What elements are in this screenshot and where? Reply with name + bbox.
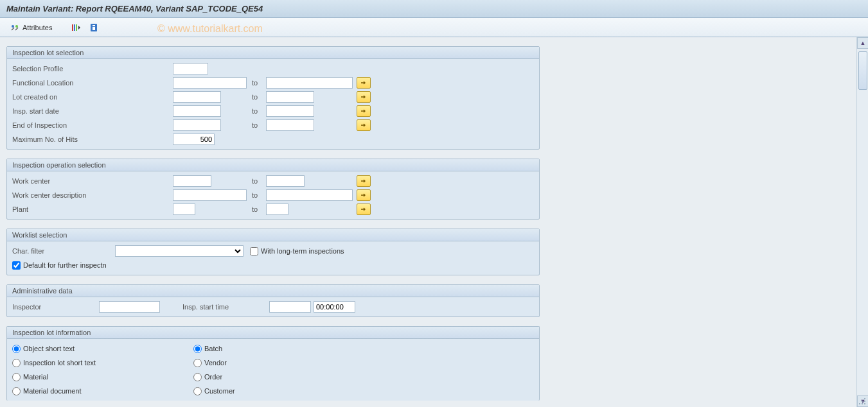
svg-rect-4 — [76, 24, 77, 31]
svg-point-13 — [864, 403, 865, 404]
svg-point-9 — [862, 401, 863, 402]
attributes-icon — [10, 22, 20, 33]
input-insp-start-from[interactable] — [173, 105, 221, 117]
radio-material[interactable] — [12, 373, 21, 381]
input-work-center-desc-from[interactable] — [173, 189, 247, 201]
group-worklist-selection: Worklist selection Char. filter With lon… — [6, 229, 540, 275]
group-inspection-lot-selection: Inspection lot selection Selection Profi… — [6, 46, 540, 150]
svg-point-0 — [12, 25, 14, 28]
input-time-display[interactable] — [314, 301, 355, 313]
attributes-label: Attributes — [22, 24, 52, 31]
resize-grip[interactable] — [858, 397, 866, 405]
label-insp-start-date: Insp. start date — [12, 107, 173, 115]
svg-point-1 — [15, 25, 18, 28]
label-plant: Plant — [12, 205, 173, 213]
group-header: Inspection operation selection — [7, 159, 539, 171]
select-char-filter[interactable] — [115, 245, 244, 257]
input-inspector[interactable] — [99, 301, 160, 313]
page-title: Maintain Variant: Report RQEEAM40, Varia… — [6, 4, 263, 13]
input-max-hits[interactable] — [173, 134, 215, 145]
input-lot-created-from[interactable] — [173, 91, 221, 103]
info-icon — [89, 22, 99, 33]
more-button-lot-created[interactable] — [357, 91, 371, 103]
svg-point-11 — [859, 403, 860, 404]
group-inspection-lot-information: Inspection lot information Object short … — [6, 326, 540, 401]
radio-customer[interactable] — [193, 387, 202, 395]
group-header: Inspection lot information — [7, 327, 539, 339]
radio-batch[interactable] — [193, 345, 202, 353]
checkbox-long-term[interactable] — [250, 247, 258, 255]
label-to: to — [247, 107, 266, 115]
input-functional-location-to[interactable] — [266, 77, 353, 89]
more-button-functional-location[interactable] — [357, 77, 371, 89]
more-button-insp-start[interactable] — [357, 105, 371, 117]
scroll-thumb[interactable] — [858, 51, 867, 90]
label-work-center: Work center — [12, 177, 173, 185]
input-plant-from[interactable] — [173, 204, 195, 215]
list-icon — [71, 22, 81, 33]
radio-vendor[interactable] — [193, 359, 202, 367]
label-char-filter: Char. filter — [12, 247, 115, 255]
label-lot-created-on: Lot created on — [12, 93, 173, 101]
more-button-end-inspection[interactable] — [357, 119, 371, 131]
label-inspector: Inspector — [12, 303, 99, 311]
svg-rect-2 — [72, 24, 73, 31]
label-to: to — [247, 121, 266, 129]
label-work-center-desc: Work center description — [12, 191, 173, 199]
label-long-term: With long-term inspections — [261, 247, 344, 255]
svg-rect-6 — [93, 25, 95, 26]
group-header: Worklist selection — [7, 229, 539, 241]
label-max-hits: Maximum No. of Hits — [12, 135, 173, 143]
input-end-inspection-from[interactable] — [173, 119, 221, 131]
label-to: to — [247, 191, 266, 199]
toolbar: Attributes — [0, 18, 868, 37]
label-insp-start-time: Insp. start time — [182, 303, 269, 311]
svg-rect-3 — [74, 24, 75, 31]
label-vendor: Vendor — [204, 359, 227, 367]
group-administrative-data: Administrative data Inspector Insp. star… — [6, 284, 540, 317]
checkbox-default-further[interactable] — [12, 261, 21, 270]
label-material: Material — [23, 373, 48, 381]
window-title-bar: Maintain Variant: Report RQEEAM40, Varia… — [0, 0, 868, 18]
input-functional-location-from[interactable] — [173, 77, 247, 89]
more-button-work-center-desc[interactable] — [357, 189, 371, 201]
label-insp-lot-short-text: Inspection lot short text — [23, 359, 96, 367]
input-lot-created-to[interactable] — [266, 91, 314, 103]
vertical-scrollbar[interactable]: ▲ ▼ — [856, 37, 868, 407]
toolbar-icon-button-1[interactable] — [68, 21, 84, 35]
attributes-button[interactable]: Attributes — [5, 21, 57, 35]
svg-rect-7 — [93, 27, 95, 30]
label-object-short-text: Object short text — [23, 345, 75, 352]
label-selection-profile: Selection Profile — [12, 65, 173, 73]
radio-material-document[interactable] — [12, 387, 21, 395]
input-end-inspection-to[interactable] — [266, 119, 314, 131]
scroll-up-arrow[interactable]: ▲ — [857, 37, 868, 49]
label-default-further: Default for further inspectn — [23, 261, 107, 269]
label-end-inspection: End of Inspection — [12, 121, 173, 129]
group-header: Inspection lot selection — [7, 47, 539, 59]
radio-insp-lot-short-text[interactable] — [12, 359, 21, 367]
input-insp-start-to[interactable] — [266, 105, 314, 117]
more-button-plant[interactable] — [357, 204, 371, 215]
group-inspection-operation-selection: Inspection operation selection Work cent… — [6, 159, 540, 220]
radio-order[interactable] — [193, 373, 202, 381]
label-customer: Customer — [204, 387, 235, 395]
content-area: Inspection lot selection Selection Profi… — [0, 37, 855, 407]
input-work-center-to[interactable] — [266, 175, 305, 187]
toolbar-icon-button-2[interactable] — [86, 21, 102, 35]
label-to: to — [247, 205, 266, 213]
input-plant-to[interactable] — [266, 204, 288, 215]
label-order: Order — [204, 373, 222, 381]
label-to: to — [247, 79, 266, 87]
input-selection-profile[interactable] — [173, 63, 208, 74]
svg-point-10 — [864, 401, 865, 402]
input-work-center-desc-to[interactable] — [266, 189, 353, 201]
svg-point-12 — [862, 403, 863, 404]
input-insp-start-time[interactable] — [269, 301, 311, 313]
input-work-center-from[interactable] — [173, 175, 211, 187]
radio-object-short-text[interactable] — [12, 345, 21, 353]
svg-point-8 — [864, 398, 865, 399]
label-to: to — [247, 93, 266, 101]
label-functional-location: Functional Location — [12, 79, 173, 87]
more-button-work-center[interactable] — [357, 175, 371, 187]
